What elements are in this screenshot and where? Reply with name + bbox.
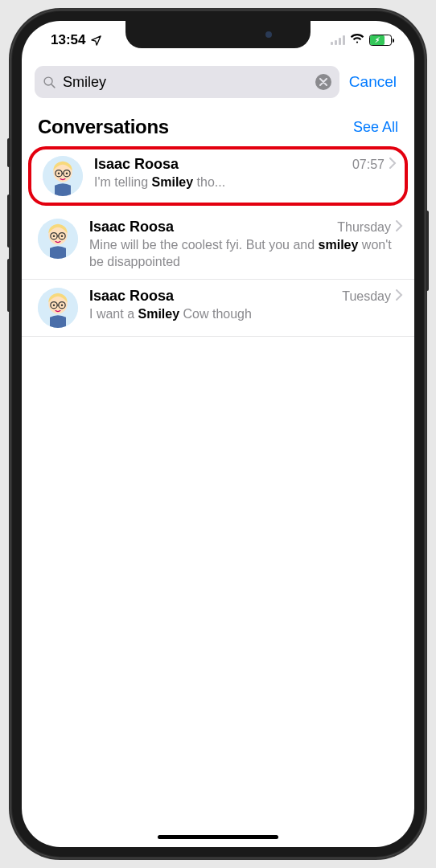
location-icon	[90, 35, 102, 47]
chevron-right-icon	[389, 158, 397, 172]
contact-name: Isaac Roosa	[94, 156, 179, 173]
message-preview: Mine will be the coolest fyi. But you an…	[89, 237, 403, 271]
cellular-signal-icon	[331, 35, 345, 45]
svg-point-14	[53, 235, 56, 237]
timestamp: 07:57	[352, 158, 385, 172]
contact-name: Isaac Roosa	[89, 288, 174, 305]
home-indicator[interactable]	[158, 835, 278, 839]
phone-frame: 13:54 ⚡︎	[10, 10, 426, 858]
search-icon	[43, 76, 56, 89]
notch	[125, 21, 311, 48]
clear-search-button[interactable]	[315, 74, 331, 90]
chevron-right-icon	[396, 220, 403, 235]
results-list: Isaac Roosa 07:57 I'm telling Smiley tho…	[22, 146, 414, 337]
svg-point-7	[58, 172, 60, 174]
wifi-icon	[350, 32, 364, 48]
battery-icon: ⚡︎	[369, 35, 392, 46]
search-input[interactable]	[63, 74, 315, 91]
avatar	[38, 288, 78, 328]
timestamp: Thursday	[337, 220, 391, 235]
search-field-container[interactable]	[35, 66, 339, 98]
avatar	[38, 219, 78, 259]
close-icon	[319, 78, 327, 86]
cancel-button[interactable]: Cancel	[349, 73, 401, 91]
svg-line-1	[51, 84, 55, 87]
conversation-row[interactable]: Isaac Roosa Tuesday I want a Smiley Cow …	[22, 280, 414, 337]
contact-name: Isaac Roosa	[89, 219, 174, 235]
message-preview: I'm telling Smiley tho...	[94, 174, 397, 191]
charging-bolt-icon: ⚡︎	[375, 37, 380, 44]
conversation-row[interactable]: Isaac Roosa Thursday Mine will be the co…	[22, 211, 414, 280]
avatar	[43, 156, 83, 196]
svg-point-15	[61, 235, 64, 237]
timestamp: Tuesday	[342, 289, 391, 304]
message-preview: I want a Smiley Cow though	[89, 306, 403, 323]
see-all-link[interactable]: See All	[353, 119, 398, 136]
screen: 13:54 ⚡︎	[22, 21, 414, 847]
svg-point-21	[53, 304, 56, 306]
section-title: Conversations	[38, 116, 169, 138]
svg-point-22	[61, 304, 64, 306]
chevron-right-icon	[396, 289, 403, 304]
status-time: 13:54	[51, 32, 85, 48]
conversation-row[interactable]: Isaac Roosa 07:57 I'm telling Smiley tho…	[28, 146, 408, 206]
svg-point-8	[66, 172, 68, 174]
